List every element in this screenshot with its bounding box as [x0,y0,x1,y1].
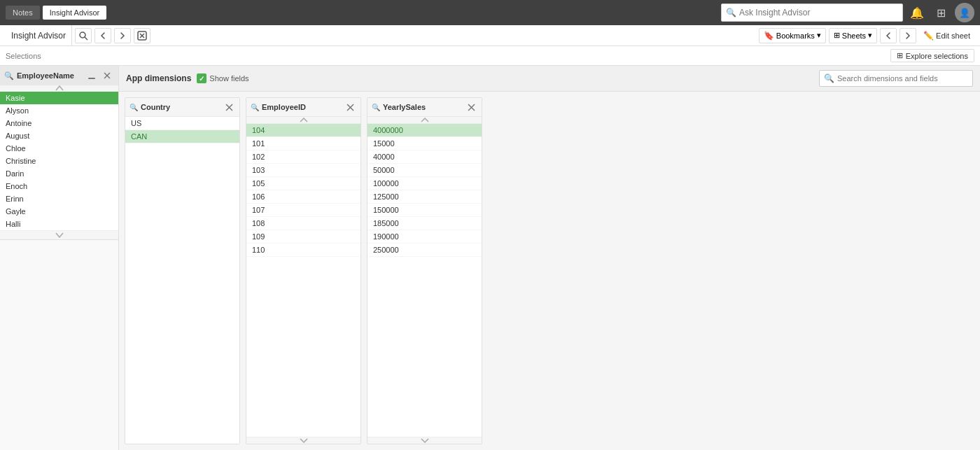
selection-forward-icon[interactable] [114,28,131,43]
edit-sheet-button[interactable]: ✏️ Edit sheet [919,28,974,43]
country-item-can[interactable]: CAN [125,130,239,143]
employee-id-item-110[interactable]: 110 [246,244,360,257]
main-area: 🔍 EmployeeName Kasie Alyson Antoi [0,66,980,450]
filter-item-enoch[interactable]: Enoch [0,180,118,192]
employee-id-item-103[interactable]: 103 [246,164,360,177]
filter-item-kasie[interactable]: Kasie [0,92,118,104]
filter-box-header: 🔍 EmployeeName [0,66,118,85]
yearly-sales-item-190000[interactable]: 190000 [368,230,482,244]
employee-id-item-108[interactable]: 108 [246,217,360,230]
filter-item-august[interactable]: August [0,129,118,142]
app-dimensions-label: App dimensions [126,73,191,83]
yearly-sales-item-50000[interactable]: 50000 [368,164,482,177]
selection-back-icon[interactable] [94,28,111,43]
employee-id-item-105[interactable]: 105 [246,177,360,190]
yearly-sales-item-250000[interactable]: 250000 [368,244,482,257]
bell-icon[interactable]: 🔔 [907,3,927,22]
yearly-sales-panel-remove-icon[interactable] [465,101,477,113]
show-fields-checkbox[interactable]: ✓ Show fields [197,73,248,83]
filter-item-antoine[interactable]: Antoine [0,117,118,129]
filter-scroll-up[interactable] [0,85,118,92]
nav-right: 🔖 Bookmarks ▾ ⊞ Sheets ▾ ✏️ Edit sheet [759,28,974,43]
filter-scroll-down[interactable] [0,230,118,239]
sheets-button[interactable]: ⊞ Sheets ▾ [829,28,877,43]
bookmarks-chevron-icon: ▾ [817,31,821,40]
ask-insight-search[interactable]: 🔍 [721,3,903,22]
filter-box-icons [85,69,114,83]
filter-search-small-icon: 🔍 [4,71,14,80]
employee-id-item-102[interactable]: 102 [246,150,360,164]
filter-item-gayle[interactable]: Gayle [0,205,118,218]
filter-item-erinn[interactable]: Erinn [0,192,118,205]
yearly-sales-list: 4000000 15000 40000 50000 100000 125000 … [368,124,482,437]
prev-sheet-icon[interactable] [880,28,897,43]
employee-id-panel-header: 🔍 EmployeeID [246,98,360,117]
nav-bar: Insight Advisor 🔖 Bookmarks ▾ ⊞ Sheets ▾ [0,25,980,46]
employee-id-item-101[interactable]: 101 [246,137,360,150]
search-icon: 🔍 [726,8,736,17]
insight-advisor-tab[interactable]: Insight Advisor [43,6,107,20]
edit-sheet-label: Edit sheet [936,31,970,40]
yearly-sales-item-125000[interactable]: 125000 [368,190,482,204]
filter-item-christine[interactable]: Christine [0,155,118,167]
employee-id-item-104[interactable]: 104 [246,124,360,137]
sheets-chevron-icon: ▾ [868,31,872,40]
yearly-sales-scroll-up[interactable] [368,117,482,124]
yearly-sales-item-185000[interactable]: 185000 [368,217,482,230]
employee-name-filter-box: 🔍 EmployeeName Kasie Alyson Antoi [0,66,118,240]
svg-line-1 [85,37,88,40]
left-panel: 🔍 EmployeeName Kasie Alyson Antoi [0,66,119,450]
ask-insight-input[interactable] [739,8,898,17]
pencil-icon: ✏️ [923,31,934,41]
filter-item-halli[interactable]: Halli [0,218,118,230]
smart-search-icon[interactable] [75,28,92,43]
grid-icon[interactable]: ⊞ [931,3,951,22]
yearly-sales-item-150000[interactable]: 150000 [368,204,482,217]
yearly-sales-item-4000000[interactable]: 4000000 [368,124,482,137]
employee-id-scroll-down[interactable] [246,437,360,444]
bookmark-icon: 🔖 [764,31,774,41]
app-dimensions-bar: App dimensions ✓ Show fields 🔍 [119,66,980,92]
sheets-icon: ⊞ [834,31,840,40]
employee-id-item-107[interactable]: 107 [246,204,360,217]
employee-id-item-106[interactable]: 106 [246,190,360,204]
next-sheet-icon[interactable] [899,28,916,43]
search-dimensions-input[interactable] [837,74,968,83]
search-dims-icon: 🔍 [824,73,834,83]
yearly-sales-scroll-down[interactable] [368,437,482,444]
employee-id-list: 104 101 102 103 105 106 107 108 109 110 [246,124,360,437]
insight-advisor-nav-btn[interactable]: Insight Advisor [6,25,72,45]
user-avatar-icon[interactable]: 👤 [955,3,974,22]
search-dimensions-field[interactable]: 🔍 [819,70,973,87]
employee-id-search-small-icon: 🔍 [251,104,259,111]
insight-advisor-nav-label: Insight Advisor [11,31,66,41]
yearly-sales-panel: 🔍 YearlySales 4000000 15000 40000 50000 … [367,97,482,444]
employee-id-scroll-up[interactable] [246,117,360,124]
employee-id-panel-remove-icon[interactable] [344,101,356,113]
yearly-sales-item-100000[interactable]: 100000 [368,177,482,190]
country-panel-title: Country [141,103,220,111]
filter-remove-icon[interactable] [100,69,114,83]
explore-selections-label: Explore selections [906,52,968,60]
bookmarks-label: Bookmarks [776,31,815,40]
employee-id-panel-title: EmployeeID [262,103,341,111]
country-list: US CAN [125,117,239,444]
filter-minimize-icon[interactable] [85,69,99,83]
yearly-sales-item-40000[interactable]: 40000 [368,150,482,164]
sheets-label: Sheets [842,31,866,40]
filter-item-darin[interactable]: Darin [0,167,118,180]
svg-point-0 [80,32,85,38]
country-panel-remove-icon[interactable] [223,101,235,113]
explore-selections-button[interactable]: ⊞ Explore selections [890,49,974,62]
notes-tab[interactable]: Notes [6,6,40,20]
country-item-us[interactable]: US [125,117,239,130]
top-bar-right: 🔍 🔔 ⊞ 👤 [721,3,974,22]
bookmarks-button[interactable]: 🔖 Bookmarks ▾ [759,28,826,43]
employee-id-panel: 🔍 EmployeeID 104 101 102 103 105 106 [246,97,361,444]
clear-selections-icon[interactable] [134,28,150,43]
explore-selections-icon: ⊞ [897,51,903,60]
filter-item-chloe[interactable]: Chloe [0,142,118,155]
filter-item-alyson[interactable]: Alyson [0,104,118,117]
yearly-sales-item-15000[interactable]: 15000 [368,137,482,150]
employee-id-item-109[interactable]: 109 [246,230,360,244]
